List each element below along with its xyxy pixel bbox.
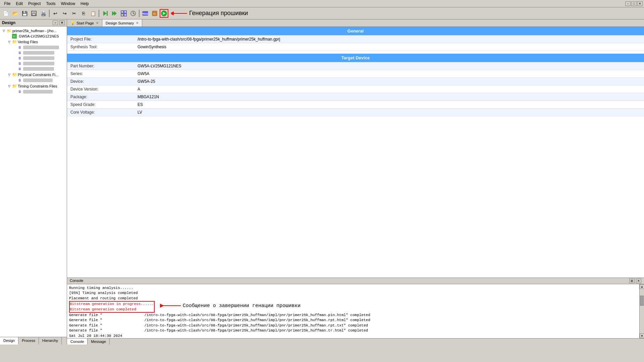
design-summary-close[interactable]: ✕ [136,21,139,25]
console-expand[interactable]: ⊞ [629,279,635,283]
console-line-7: Generate file " /intro-to-fpga-with-clas… [69,318,637,323]
open-button[interactable]: 📂 [11,9,19,18]
menu-window[interactable]: Window [58,1,78,7]
menu-edit[interactable]: Edit [13,1,25,7]
console-highlight-box: Bitstream generation in progress...... B… [69,301,155,313]
panel-close[interactable]: ✕ [59,20,65,25]
tab-process[interactable]: Process [18,337,39,345]
verilog-file-3-name: xxxxxxxxxxxxxxxxx... [23,56,54,60]
menu-file[interactable]: File [1,1,13,7]
svg-marker-6 [114,11,117,16]
physical-file-1-name: xxxxxxxxxxxxxxxx... [23,78,53,82]
synth-button[interactable] [101,9,109,18]
device-value: GW5A-25 [134,78,644,85]
timing-file-1[interactable]: 🗎 xxxxxxxxxxxxxxxx... [11,89,67,94]
tab-design-summary[interactable]: Design Summary ✕ [102,19,142,26]
program-device[interactable]: PROG [141,9,150,18]
redo-button[interactable]: ↪ [60,9,69,18]
verilog-files: 🗎 home/newusr/uni/... 🗎 xxxxxxxxxxxxxxxx… [11,45,67,71]
verilog-toggle[interactable]: ▽ [7,40,11,44]
console-scrollbar[interactable]: ▲ ▼ [639,284,644,338]
verilog-file-5-name: home-location-bm-... [23,67,54,71]
svg-rect-1 [33,11,35,13]
target-device-header: Target Device [67,54,644,62]
timing-label[interactable]: ▽ 📁 Timing Constraints Files [5,83,67,89]
timing-button[interactable] [129,9,138,18]
tab-hierarchy[interactable]: Hierarchy [39,337,62,345]
scroll-down[interactable]: ▼ [640,334,644,338]
timing-file-icon: 🗎 [17,89,22,94]
verilog-file-2-name: xxxxxxxxxxxxxxxxx... [23,51,54,55]
console-timestamp: Sat Jul 20 18:44:30 2024 [69,334,637,338]
console-tab-console[interactable]: Console [67,339,88,345]
cut-button[interactable]: ✂ [70,9,78,18]
verilog-file-4[interactable]: 🗎 xxxxxxxxxxxxxxxxx... [11,61,67,66]
menu-help[interactable]: Help [78,1,92,7]
minimize-button[interactable]: − [625,1,631,6]
print-button[interactable]: 🖨️ [39,9,48,18]
design-panel: Design − ✕ ▽ 📁 primer25k_huffman - [/ho.… [0,19,67,345]
console-line-4: Bitstream generation in progress...... [70,302,154,307]
svg-rect-8 [124,11,126,13]
panel-minimize[interactable]: − [53,20,58,25]
chip-name: GW5A-LV25MG121NES [19,34,59,38]
timing-folder-icon: 📁 [12,84,17,88]
physical-section-label: Physical Constraints Fi... [18,73,58,77]
start-page-close[interactable]: ✕ [96,21,99,25]
design-bottom-tabs: Design Process Hierarchy [0,337,67,345]
sep1 [49,10,50,17]
verilog-file-3[interactable]: 🗎 xxxxxxxxxxxxxxxxx... [11,55,67,61]
copy-button[interactable]: ⎘ [79,9,88,18]
save-all-button[interactable] [30,9,38,18]
target-device-table: Target Device Part Number: GW5A-LV25MG12… [67,54,644,116]
physical-file-1[interactable]: 🗎 xxxxxxxxxxxxxxxx... [11,77,67,83]
verilog-file-1[interactable]: 🗎 home/newusr/uni/... [11,45,67,50]
menu-tools[interactable]: Tools [43,1,58,7]
physical-label[interactable]: ▽ 📁 Physical Constraints Fi... [5,72,67,77]
svg-text:FL: FL [153,13,156,15]
console-close[interactable]: ✕ [636,279,641,283]
maximize-button[interactable]: □ [631,1,637,6]
part-number-row: Part Number: GW5A-LV25MG121NES [67,62,644,70]
timing-section-label: Timing Constraints Files [18,84,57,88]
tab-start-page[interactable]: 💡 Start Page ✕ [67,19,102,26]
console-tab-message[interactable]: Message [88,339,110,345]
verilog-label[interactable]: ▽ 📁 Verilog Files [5,39,67,45]
verilog-file-1-name: home/newusr/uni/... [23,46,59,49]
project-name: primer25k_huffman - [/ho... [12,29,57,33]
close-button[interactable]: ✕ [637,1,643,6]
lightbulb-icon: 💡 [70,21,75,25]
impl-button[interactable] [110,9,119,18]
verilog-file-5[interactable]: 🗎 home-location-bm-... [11,66,67,71]
paste-button[interactable]: 📋 [89,9,97,18]
timing-toggle[interactable]: ▽ [7,84,11,88]
physical-toggle[interactable]: ▽ [7,72,11,77]
console-line-5: Bitstream generation completed [70,307,154,312]
f1-toggle [12,45,17,50]
flash-button[interactable]: FL [150,9,159,18]
chip-label[interactable]: IC GW5A-LV25MG121NES [5,34,67,39]
console-title: Console [70,279,83,283]
place-route-button[interactable] [119,9,128,18]
timing-section: ▽ 📁 Timing Constraints Files 🗎 xxxxxxxxx… [5,83,67,95]
general-table: General Project File: /intro-to-fpga-wit… [67,27,644,51]
project-label[interactable]: ▽ 📁 primer25k_huffman - [/ho... [0,28,67,34]
save-button[interactable]: 💾 [20,9,29,18]
main-layout: Design − ✕ ▽ 📁 primer25k_huffman - [/ho.… [0,19,644,345]
console-line-2: [95%] Timing analysis completed [69,291,637,296]
new-button[interactable]: 📄 [1,9,10,18]
verilog-file-2[interactable]: 🗎 xxxxxxxxxxxxxxxxx... [11,50,67,55]
undo-button[interactable]: ↩ [51,9,60,18]
project-file-label: Project File: [67,36,134,43]
part-number-label: Part Number: [67,62,134,70]
tab-design[interactable]: Design [0,337,18,345]
menu-project[interactable]: Project [25,1,43,7]
scroll-up[interactable]: ▲ [640,284,644,289]
project-toggle[interactable]: ▽ [1,28,6,33]
console-line-6: Generate file " /intro-to-fpga-with-clas… [69,313,637,318]
sep2 [99,10,99,17]
toolbar: 📄 📂 💾 🖨️ ↩ ↪ ✂ ⎘ 📋 [0,7,644,19]
scroll-thumb[interactable] [640,296,644,306]
generate-bitstream-button[interactable] [160,9,168,18]
file-icon-2: 🗎 [17,50,22,55]
